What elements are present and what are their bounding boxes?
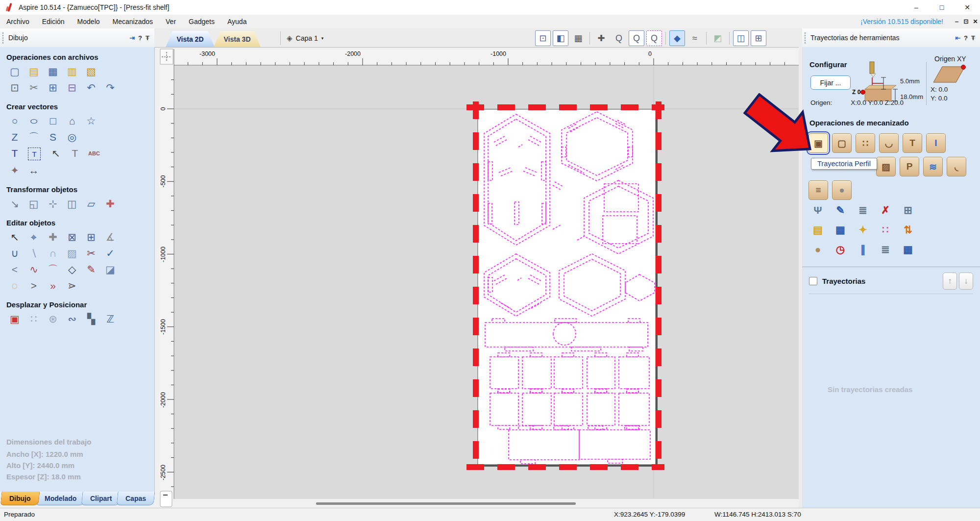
toolpath-templates-icon[interactable]: ∷ [876,222,895,238]
text-on-arc-icon[interactable]: ABC [86,146,102,161]
measure-tool-icon[interactable]: ∡ [102,230,119,245]
fit-curves-icon[interactable]: ∿ [25,262,42,277]
tab-clipart[interactable]: Clipart [81,492,121,505]
intersect-vectors-icon[interactable]: ∩ [45,246,61,261]
fillet-toolpath-icon[interactable]: ◟ [947,157,966,176]
pocket-toolpath-icon[interactable]: ▢ [832,133,852,153]
job-setup-icon[interactable]: ⊡ [6,80,23,95]
menu-ver[interactable]: Ver [159,15,182,28]
vector-validator-icon[interactable]: ✓ [102,246,119,261]
pin-panel-icon[interactable]: Ŧ [146,34,149,42]
join-with-curve-icon[interactable]: ⋗ [64,278,80,293]
text-box-icon[interactable]: T [28,148,41,160]
canvas-2d-view[interactable]: -3000-2000-100000-500-1000-1500-2000-250… [159,47,800,508]
layer-selector[interactable]: ◈ Capa 1 ▾ [280,31,323,45]
menu-ayuda[interactable]: Ayuda [221,15,253,28]
toolpath-drawing-toggle-icon[interactable]: ∥ [854,241,872,258]
cut-icon[interactable]: ✂ [25,80,42,95]
preview-simulation-icon[interactable]: ● [808,241,827,258]
zoom-selection-icon[interactable]: Q [646,30,662,46]
tab-vista-3d[interactable]: Vista 3D [214,31,261,47]
redo-icon[interactable]: ↷ [102,80,119,95]
draw-arc-icon[interactable]: ⌒ [25,130,42,145]
estimate-machining-time-icon[interactable]: ◷ [831,241,850,258]
menu-archivo[interactable]: Archivo [0,15,36,28]
close-button[interactable]: ✕ [955,0,980,15]
gcode-list-icon[interactable]: ≣ [854,202,872,219]
toolpath-wireframe-view-icon[interactable]: ≈ [687,30,703,46]
inlay-toolpath-icon[interactable]: I [926,133,946,153]
save-file-icon[interactable]: ▦ [45,64,61,79]
snap-guides-icon[interactable]: ◧ [553,30,568,46]
undo-icon[interactable]: ↶ [83,80,99,95]
text-spacing-icon[interactable]: T [67,146,83,161]
join-with-line-icon[interactable]: » [45,278,61,293]
zigzag-order-icon[interactable]: ℤ [102,312,119,326]
position-object-icon[interactable]: ✚ [102,197,119,211]
delete-gcode-icon[interactable]: ✗ [876,202,895,219]
mdi-minimize-button[interactable]: ‒ [952,17,961,26]
text-cursor-icon[interactable]: ↖ [48,146,64,161]
save-toolpath-icon[interactable]: ▦ [831,222,850,238]
draw-sketch-icon[interactable]: ◎ [64,130,80,145]
prism-carve-toolpath-icon[interactable]: P [900,157,919,176]
mdi-restore-button[interactable]: ⊡ [961,17,971,26]
nesting-icon[interactable]: ▚ [83,312,99,326]
clipart-bird-icon[interactable]: ✦ [6,163,23,178]
paste-icon[interactable]: ⊟ [64,80,80,95]
open-toolpath-folder-icon[interactable]: ▤ [808,222,827,238]
tab-vista-2d[interactable]: Vista 2D [166,31,215,47]
sharp-corner-icon[interactable]: < [6,262,23,277]
draw-polygon-icon[interactable]: ⌂ [64,114,80,128]
panel-splitter[interactable] [799,47,802,508]
menu-edicion[interactable]: Edición [36,15,71,28]
pin-panel-icon[interactable]: Ŧ [971,34,975,42]
move-toolpath-down-button[interactable]: ↓ [959,273,973,290]
align-objects-icon[interactable]: ⊹ [45,197,61,211]
fijar-button[interactable]: Fijar ... [810,75,851,90]
finish-3d-toolpath-icon[interactable]: ● [832,180,852,200]
scale-object-icon[interactable]: ◱ [25,197,42,211]
group-objects-icon[interactable]: ⊠ [64,230,80,245]
hscroll-thumb[interactable] [316,502,576,505]
import-vectors-icon[interactable]: ▥ [64,64,80,79]
draw-circle-icon[interactable]: ○ [6,114,23,128]
draw-star-icon[interactable]: ☆ [83,114,99,128]
selection-bounds-icon[interactable]: ▣ [6,312,23,326]
merge-toolpaths-icon[interactable]: ⇅ [899,222,917,238]
draw-text-icon[interactable]: T [6,146,23,161]
zoom-box-icon[interactable]: Q [629,30,644,46]
dimension-icon[interactable]: ↔ [25,163,42,178]
tab-dibujo[interactable]: Dibujo [0,492,40,505]
draw-curve-icon[interactable]: S [45,130,61,145]
zoom-extents-icon[interactable]: Q [611,30,627,46]
moulding-toolpath-icon[interactable]: ≋ [923,157,943,176]
help-icon[interactable]: ? [138,34,142,42]
edit-picture-icon[interactable]: ✎ [83,262,99,277]
draw-rectangle-icon[interactable]: □ [45,114,61,128]
open-file-icon[interactable]: ▤ [25,64,42,79]
rough-3d-toolpath-icon[interactable]: ≡ [808,180,828,200]
panel-grip[interactable] [2,32,4,44]
draw-ellipse-icon[interactable]: ○ [22,114,47,128]
copy-icon[interactable]: ⊞ [45,80,61,95]
crop-picture-icon[interactable]: ◪ [102,262,119,277]
profile-toolpath-icon[interactable]: ▣ [808,133,828,153]
edit-gcode-icon[interactable]: ✎ [831,202,850,219]
subtract-vectors-icon[interactable]: ∖ [25,246,42,261]
preview-3d-icon[interactable]: ◩ [710,30,726,46]
move-object-icon[interactable]: ↘ [6,197,23,211]
window-layout-horizontal-icon[interactable]: ◫ [733,30,749,46]
circular-array-copy-icon[interactable]: ⊛ [45,312,61,326]
drilling-toolpath-icon[interactable]: ∷ [856,133,875,153]
save-toolpath-template-icon[interactable]: ✦ [854,222,872,238]
close-vector-icon[interactable]: ◇ [64,262,80,277]
toolpath-calculator-icon[interactable]: ⊞ [899,202,917,219]
ungroup-objects-icon[interactable]: ⊞ [83,230,99,245]
vcarve-toolpath-icon[interactable]: ◡ [879,133,899,153]
autohide-panel-icon[interactable]: ⇤ [955,34,960,42]
new-file-icon[interactable]: ▢ [6,64,23,79]
weld-vectors-icon[interactable]: ∪ [6,246,23,261]
pan-view-icon[interactable]: ✚ [593,30,609,46]
engrave-texture-toolpath-icon[interactable]: T [903,133,922,153]
